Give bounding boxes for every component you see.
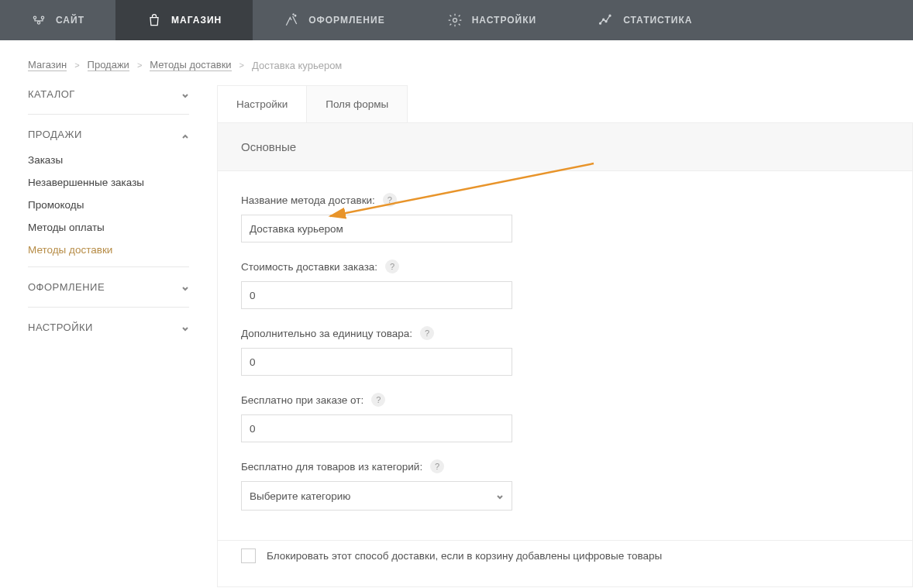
field-free-categories: Бесплатно для товаров из категорий: ? Вы…	[241, 459, 889, 511]
breadcrumb-link[interactable]: Продажи	[88, 59, 129, 71]
free-from-input[interactable]	[241, 414, 512, 442]
help-icon[interactable]: ?	[420, 326, 434, 340]
section-header: Основные	[218, 122, 912, 171]
tab-form-fields[interactable]: Поля формы	[307, 86, 407, 122]
sidebar-item-promocodes[interactable]: Промокоды	[28, 199, 189, 211]
svg-point-4	[293, 14, 294, 15]
svg-point-7	[603, 19, 605, 20]
field-name: Название метода доставки: ?	[241, 193, 889, 242]
field-label: Название метода доставки:	[241, 194, 375, 206]
sidebar-toggle-settings[interactable]: НАСТРОЙКИ	[28, 318, 189, 336]
tab-settings[interactable]: Настройки	[218, 86, 307, 122]
tabs: Настройки Поля формы	[217, 85, 408, 122]
help-icon[interactable]: ?	[430, 459, 444, 473]
nav-label: СТАТИСТИКА	[623, 15, 692, 26]
field-label: Бесплатно при заказе от:	[241, 394, 363, 406]
sidebar-title: КАТАЛОГ	[28, 88, 75, 100]
nav-label: САЙТ	[56, 15, 84, 26]
help-icon[interactable]: ?	[371, 393, 385, 407]
sidebar-title: НАСТРОЙКИ	[28, 322, 93, 333]
top-nav: САЙТ МАГАЗИН ОФОРМЛЕНИЕ НАСТРОЙКИ СТАТИС…	[0, 0, 913, 40]
nav-label: ОФОРМЛЕНИЕ	[308, 15, 384, 26]
svg-point-5	[453, 19, 456, 22]
help-icon[interactable]: ?	[385, 260, 399, 273]
shop-icon	[146, 12, 162, 28]
nav-shop[interactable]: МАГАЗИН	[115, 0, 253, 40]
cost-input[interactable]	[241, 281, 512, 309]
sidebar-title: ОФОРМЛЕНИЕ	[28, 281, 105, 293]
sidebar-toggle-sales[interactable]: ПРОДАЖИ	[28, 126, 189, 143]
gear-icon	[447, 12, 463, 28]
field-per-unit: Дополнительно за единицу товара: ?	[241, 326, 889, 376]
field-cost: Стоимость доставки заказа: ?	[241, 260, 889, 309]
breadcrumb: Магазин > Продажи > Методы доставки > До…	[0, 40, 913, 85]
checkbox-label: Блокировать этот способ доставки, если в…	[267, 550, 662, 562]
svg-point-8	[605, 21, 607, 22]
sidebar-item-pending-orders[interactable]: Незавершенные заказы	[28, 177, 189, 188]
sidebar-title: ПРОДАЖИ	[28, 129, 82, 140]
chevron-right-icon: >	[137, 60, 142, 70]
sidebar-toggle-design[interactable]: ОФОРМЛЕНИЕ	[28, 278, 189, 296]
category-select[interactable]: Выберите категорию	[241, 481, 512, 511]
sidebar-section-sales: ПРОДАЖИ Заказы Незавершенные заказы Пром…	[28, 115, 189, 267]
svg-point-9	[609, 15, 611, 16]
chevron-down-icon	[496, 492, 504, 500]
svg-point-3	[295, 15, 296, 16]
nav-label: МАГАЗИН	[171, 15, 222, 26]
breadcrumb-link[interactable]: Методы доставки	[150, 59, 231, 71]
sidebar-section-settings: НАСТРОЙКИ	[28, 308, 189, 347]
sidebar-toggle-catalog[interactable]: КАТАЛОГ	[28, 85, 189, 103]
chevron-down-icon	[181, 91, 189, 98]
nav-stats[interactable]: СТАТИСТИКА	[567, 0, 723, 40]
svg-point-2	[41, 16, 43, 19]
breadcrumb-current: Доставка курьером	[252, 60, 342, 71]
block-digital-row: Блокировать этот способ доставки, если в…	[241, 548, 889, 563]
svg-point-6	[600, 22, 601, 24]
main-panel: Настройки Поля формы Основные Название м…	[217, 85, 913, 587]
per-unit-input[interactable]	[241, 348, 512, 376]
name-input[interactable]	[241, 215, 512, 242]
field-label: Дополнительно за единицу товара:	[241, 328, 412, 339]
design-icon	[284, 12, 299, 28]
sidebar-item-delivery-methods[interactable]: Методы доставки	[28, 244, 189, 256]
chevron-right-icon: >	[74, 60, 79, 70]
sidebar-section-catalog: КАТАЛОГ	[28, 85, 189, 115]
sidebar-item-payment-methods[interactable]: Методы оплаты	[28, 222, 189, 233]
chevron-down-icon	[181, 324, 189, 332]
sidebar-item-orders[interactable]: Заказы	[28, 154, 189, 166]
field-label: Стоимость доставки заказа:	[241, 261, 377, 273]
sidebar-section-design: ОФОРМЛЕНИЕ	[28, 267, 189, 308]
svg-point-1	[37, 22, 40, 24]
breadcrumb-link[interactable]: Магазин	[28, 59, 67, 71]
help-icon[interactable]: ?	[383, 193, 397, 207]
nav-settings[interactable]: НАСТРОЙКИ	[416, 0, 567, 40]
sidebar: КАТАЛОГ ПРОДАЖИ Заказы Незавершенные зак…	[28, 85, 189, 347]
field-label: Бесплатно для товаров из категорий:	[241, 461, 422, 473]
chevron-down-icon	[181, 284, 189, 291]
nav-design[interactable]: ОФОРМЛЕНИЕ	[253, 0, 415, 40]
select-value: Выберите категорию	[250, 490, 350, 502]
block-digital-checkbox[interactable]	[241, 548, 256, 563]
site-icon	[31, 12, 47, 28]
chevron-up-icon	[181, 131, 189, 139]
nav-label: НАСТРОЙКИ	[472, 15, 536, 26]
nav-site[interactable]: САЙТ	[0, 0, 115, 40]
chevron-right-icon: >	[239, 60, 244, 70]
stats-icon	[598, 12, 614, 28]
svg-point-0	[33, 16, 36, 19]
field-free-from: Бесплатно при заказе от: ?	[241, 393, 889, 442]
